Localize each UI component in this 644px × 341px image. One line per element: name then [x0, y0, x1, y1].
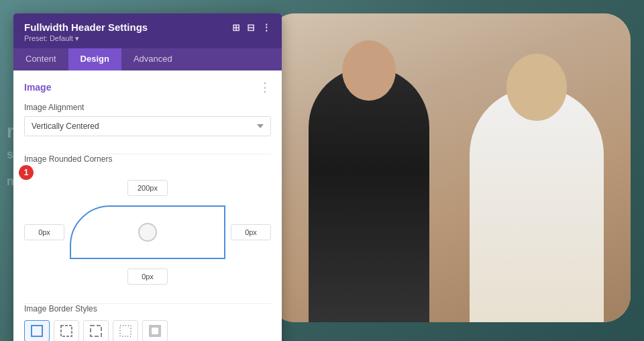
- split-icon[interactable]: ⊟: [247, 22, 255, 33]
- border-double-icon: [148, 324, 162, 338]
- alignment-label: Image Alignment: [24, 103, 271, 112]
- corner-inputs-grid: 200px 0px 🔗: [24, 176, 271, 289]
- more-icon[interactable]: ⋮: [262, 22, 271, 33]
- border-option-double[interactable]: [142, 320, 168, 341]
- corner-preview: 🔗: [67, 203, 228, 262]
- svg-rect-1: [61, 326, 72, 336]
- border-option-dashed2[interactable]: [83, 320, 109, 341]
- tab-advanced[interactable]: Advanced: [121, 48, 184, 70]
- svg-rect-5: [151, 327, 159, 335]
- panel-title-row: Fullwidth Header Settings ⊞ ⊟ ⋮: [24, 21, 271, 33]
- background-photo: [268, 13, 631, 322]
- person-right-head: [506, 54, 567, 121]
- panel-title: Fullwidth Header Settings: [24, 21, 148, 33]
- section-menu-icon[interactable]: ⋮: [259, 80, 271, 95]
- corner-preview-box: 🔗: [70, 205, 225, 259]
- border-option-dotted[interactable]: [113, 320, 138, 341]
- corners-section: Image Rounded Corners 1 200px 0px: [13, 154, 282, 303]
- corner-bottom-input[interactable]: 0px: [127, 269, 168, 285]
- tab-design[interactable]: Design: [68, 48, 121, 70]
- step-badge: 1: [19, 165, 34, 180]
- corners-label: Image Rounded Corners: [24, 154, 271, 164]
- border-solid-icon: [30, 324, 44, 338]
- person-left-head: [342, 40, 396, 101]
- panel-header: Fullwidth Header Settings ⊞ ⊟ ⋮ Preset: …: [13, 13, 282, 48]
- link-icon[interactable]: 🔗: [142, 227, 154, 238]
- panel-header-icons: ⊞ ⊟ ⋮: [232, 22, 271, 33]
- panel-tabs: Content Design Advanced: [13, 48, 282, 70]
- corner-top-input[interactable]: 200px: [127, 180, 168, 196]
- alignment-select[interactable]: Vertically Centered Top Bottom: [24, 116, 271, 136]
- border-options: [24, 320, 271, 341]
- photo-inner: [268, 13, 631, 322]
- svg-rect-2: [91, 326, 101, 336]
- section-title: Image: [24, 82, 51, 93]
- corner-left-input[interactable]: 0px: [24, 224, 64, 240]
- corner-right-input[interactable]: 0px: [231, 224, 271, 240]
- person-right: [470, 87, 604, 322]
- settings-panel: Fullwidth Header Settings ⊞ ⊟ ⋮ Preset: …: [13, 13, 282, 341]
- border-label: Image Border Styles: [24, 304, 271, 313]
- border-section: Image Border Styles: [13, 304, 282, 341]
- tab-content[interactable]: Content: [13, 48, 68, 70]
- section-title-row: Image ⋮: [24, 80, 271, 95]
- border-option-solid[interactable]: [24, 320, 50, 341]
- border-option-dashed1[interactable]: [54, 320, 79, 341]
- person-left: [309, 67, 429, 322]
- border-dashed1-icon: [60, 324, 73, 338]
- panel-content: Image ⋮ Image Alignment Vertically Cente…: [13, 70, 282, 341]
- border-dashed2-icon: [89, 324, 103, 338]
- svg-rect-3: [120, 326, 131, 336]
- panel-preset[interactable]: Preset: Default ▾: [24, 34, 271, 43]
- image-section-header: Image ⋮ Image Alignment Vertically Cente…: [13, 70, 282, 154]
- expand-icon[interactable]: ⊞: [232, 22, 240, 33]
- svg-rect-0: [32, 326, 42, 336]
- border-dotted-icon: [119, 324, 132, 338]
